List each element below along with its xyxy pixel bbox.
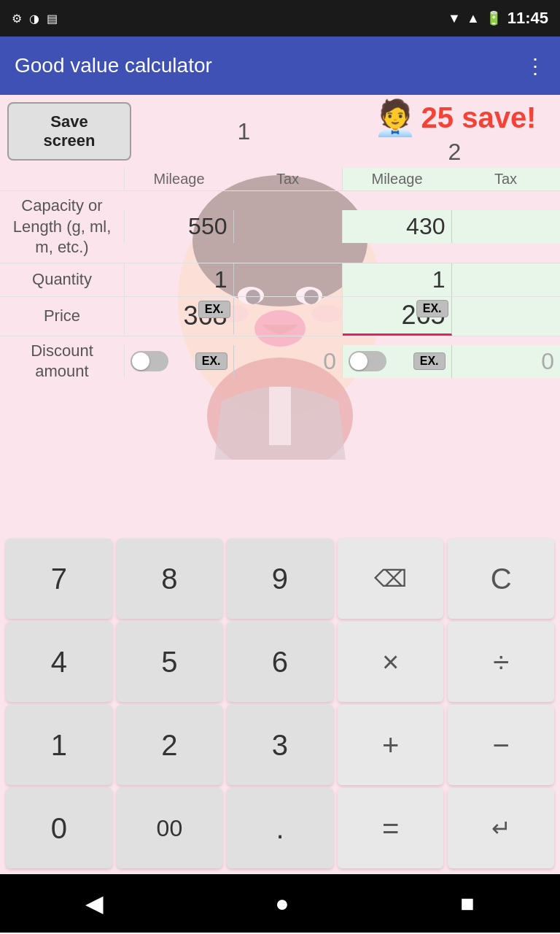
col2-discount-toggle[interactable] bbox=[349, 351, 386, 371]
col1-discount-toggle[interactable] bbox=[131, 351, 168, 371]
key-subtract[interactable]: − bbox=[448, 705, 554, 785]
key-4[interactable]: 4 bbox=[6, 622, 112, 702]
col1-price-mileage[interactable]: EX. 368 bbox=[125, 298, 234, 334]
col1-capacity-value: 550 bbox=[188, 213, 227, 239]
shopkeeper-icon: 🧑‍💼 bbox=[373, 98, 417, 139]
col2-tax-header: Tax bbox=[451, 168, 560, 190]
col1-discount-num: 0 bbox=[323, 348, 336, 374]
discount-row: Discountamount EX. 0 EX. bbox=[0, 336, 560, 387]
col2-price-ex-button[interactable]: EX. bbox=[416, 300, 448, 317]
main-content: Savescreen 1 🧑‍💼 25 save! 2 Mileage bbox=[0, 95, 560, 533]
key-5[interactable]: 5 bbox=[117, 622, 223, 702]
capacity-label: Capacity orLength (g, ml,m, etc.) bbox=[0, 191, 124, 263]
col1-quantity-mileage[interactable]: 1 bbox=[125, 263, 234, 296]
status-icons-left: ⚙ ◑ ▤ bbox=[12, 12, 58, 26]
capacity-row: Capacity orLength (g, ml,m, etc.) 550 43… bbox=[0, 190, 560, 263]
more-options-button[interactable]: ⋮ bbox=[525, 54, 545, 78]
col1-subheaders: Mileage Tax bbox=[124, 168, 342, 190]
key-equals[interactable]: = bbox=[338, 788, 444, 868]
col2-capacity-mileage[interactable]: 430 bbox=[343, 210, 452, 243]
col1-discount-value[interactable]: 0 bbox=[234, 345, 343, 378]
price-label: Price bbox=[0, 301, 124, 331]
col2-toggle-knob bbox=[350, 352, 368, 370]
key-multiply[interactable]: × bbox=[338, 622, 444, 702]
status-icons-right: ▼ ▲ 🔋 11:45 bbox=[448, 9, 548, 28]
col2-discount-num: 0 bbox=[541, 348, 554, 374]
key-3[interactable]: 3 bbox=[227, 705, 333, 785]
battery-icon: 🔋 bbox=[486, 10, 502, 26]
key-row-1: 7 8 9 ⌫ C bbox=[6, 539, 554, 619]
col2-quantity-value: 1 bbox=[432, 266, 446, 293]
key-1[interactable]: 1 bbox=[6, 705, 112, 785]
col1-number: 1 bbox=[238, 118, 251, 144]
col2-quantity-mileage[interactable]: 1 bbox=[343, 263, 452, 296]
col-headers-row: Mileage Tax Mileage Tax bbox=[0, 168, 560, 190]
nav-recent-button[interactable]: ■ bbox=[460, 890, 474, 917]
col1-capacity-mileage[interactable]: 550 bbox=[125, 210, 234, 243]
col2-capacity-tax[interactable] bbox=[452, 210, 561, 243]
column-1-header: 1 bbox=[139, 118, 349, 145]
col1-quantity-section: 1 bbox=[124, 263, 342, 296]
save-screen-button[interactable]: Savescreen bbox=[7, 102, 131, 161]
key-enter[interactable]: ↵ bbox=[448, 788, 554, 868]
sdcard-icon: ▤ bbox=[47, 12, 58, 26]
save-screen-label: Savescreen bbox=[44, 112, 96, 151]
calculator-ui: Savescreen 1 🧑‍💼 25 save! 2 Mileage bbox=[0, 95, 560, 533]
discount-label: Discountamount bbox=[0, 336, 124, 387]
col2-price-mileage[interactable]: EX. 265 bbox=[343, 297, 452, 336]
col2-capacity-value: 430 bbox=[406, 213, 445, 239]
price-row: Price EX. 368 EX. 265 bbox=[0, 296, 560, 336]
col2-mileage-header: Mileage bbox=[343, 168, 451, 190]
app-title: Good value calculator bbox=[15, 54, 212, 77]
col1-mileage-header: Mileage bbox=[125, 168, 233, 190]
col1-price-section: EX. 368 bbox=[124, 298, 342, 334]
key-divide[interactable]: ÷ bbox=[448, 622, 554, 702]
col2-save-label: 25 save! bbox=[421, 101, 537, 134]
col1-quantity-value: 1 bbox=[214, 266, 228, 293]
top-row: Savescreen 1 🧑‍💼 25 save! 2 bbox=[0, 95, 560, 168]
key-decimal[interactable]: . bbox=[227, 788, 333, 868]
col1-discount-ex-button[interactable]: EX. bbox=[195, 352, 228, 370]
app-bar: Good value calculator ⋮ bbox=[0, 36, 560, 95]
col1-price-tax[interactable] bbox=[234, 298, 343, 334]
key-8[interactable]: 8 bbox=[117, 539, 223, 619]
row-label-spacer bbox=[0, 168, 124, 190]
col1-discount-section: EX. 0 bbox=[124, 345, 342, 378]
col2-quantity-tax[interactable] bbox=[452, 263, 561, 296]
col1-toggle-knob bbox=[132, 352, 149, 370]
gear-icon: ⚙ bbox=[12, 12, 22, 26]
col1-capacity-tax[interactable] bbox=[234, 210, 343, 243]
col1-tax-header: Tax bbox=[233, 168, 342, 190]
key-row-2: 4 5 6 × ÷ bbox=[6, 622, 554, 702]
col2-discount-section: EX. 0 bbox=[342, 345, 560, 378]
key-6[interactable]: 6 bbox=[227, 622, 333, 702]
signal-icon: ▲ bbox=[467, 11, 480, 26]
col2-subheaders: Mileage Tax bbox=[342, 168, 560, 190]
key-9[interactable]: 9 bbox=[227, 539, 333, 619]
key-row-4: 0 00 . = ↵ bbox=[6, 788, 554, 868]
col2-discount-mileage: EX. bbox=[343, 345, 452, 378]
col2-discount-value[interactable]: 0 bbox=[452, 345, 561, 378]
col2-price-section: EX. 265 bbox=[342, 297, 560, 336]
key-add[interactable]: + bbox=[338, 705, 444, 785]
key-backspace[interactable]: ⌫ bbox=[338, 539, 444, 619]
key-00[interactable]: 00 bbox=[117, 788, 223, 868]
col2-capacity-section: 430 bbox=[342, 210, 560, 243]
col2-price-tax[interactable] bbox=[452, 297, 561, 336]
col1-price-ex-button[interactable]: EX. bbox=[198, 301, 230, 318]
col2-discount-ex-button[interactable]: EX. bbox=[413, 352, 446, 370]
nav-home-button[interactable]: ● bbox=[275, 890, 289, 917]
keyboard: 7 8 9 ⌫ C 4 5 6 × ÷ 1 2 3 + − 0 00 . = ↵ bbox=[0, 533, 560, 874]
key-clear[interactable]: C bbox=[448, 539, 554, 619]
time-display: 11:45 bbox=[508, 9, 548, 28]
col1-discount-mileage: EX. bbox=[125, 345, 234, 378]
col1-capacity-section: 550 bbox=[124, 210, 342, 243]
key-7[interactable]: 7 bbox=[6, 539, 112, 619]
nav-back-button[interactable]: ◀ bbox=[85, 889, 104, 917]
key-2[interactable]: 2 bbox=[117, 705, 223, 785]
brightness-icon: ◑ bbox=[29, 12, 39, 26]
col1-quantity-tax[interactable] bbox=[234, 263, 343, 296]
column-2-header: 🧑‍💼 25 save! 2 bbox=[349, 98, 560, 166]
key-0[interactable]: 0 bbox=[6, 788, 112, 868]
wifi-icon: ▼ bbox=[448, 11, 461, 26]
